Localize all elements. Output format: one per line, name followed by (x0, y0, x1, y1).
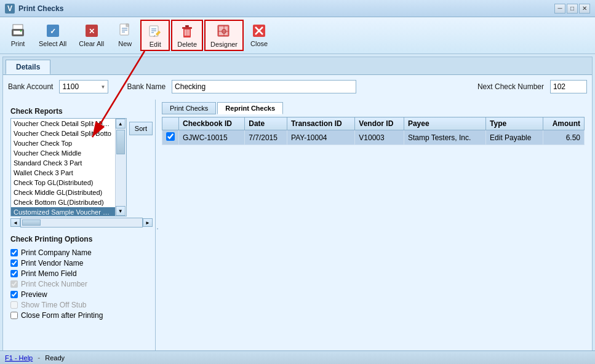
print-memo-field-label: Print Memo Field (21, 269, 77, 278)
show-time-off-stub-label: Show Time Off Stub (21, 301, 87, 309)
col-header-vendor-id[interactable]: Vendor ID (355, 117, 404, 130)
bank-name-label: Bank Name (127, 82, 166, 91)
preview-item: Preview (10, 290, 153, 299)
print-button[interactable]: Print (4, 20, 32, 51)
print-check-number-checkbox (10, 280, 18, 288)
close-icon (250, 22, 268, 39)
svg-rect-22 (185, 25, 189, 27)
col-header-type[interactable]: Type (486, 117, 543, 130)
col-header-date[interactable]: Date (245, 117, 287, 130)
list-item-5[interactable]: Wallet Check 3 Part (11, 168, 115, 178)
designer-button[interactable]: Designer (204, 20, 244, 51)
close-window-button[interactable]: ✕ (579, 4, 590, 14)
row-checkbox-cell (162, 130, 179, 145)
edit-button[interactable]: Edit (140, 20, 170, 51)
row-payee: Stamp Testers, Inc. (404, 130, 485, 145)
close-form-after-printing-label: Close Form after Printing (21, 311, 103, 320)
print-checks-tab[interactable]: Print Checks (162, 102, 216, 114)
new-button[interactable]: New (111, 20, 139, 51)
list-item-4[interactable]: Standard Check 3 Part (11, 158, 115, 168)
print-vendor-name-checkbox[interactable] (10, 259, 18, 267)
print-vendor-name-item: Print Vendor Name (10, 259, 153, 267)
status-text: Ready (45, 354, 65, 362)
print-check-number-label: Print Check Number (21, 280, 87, 288)
vertical-scrollbar: ▲ ▼ (115, 119, 126, 216)
col-header-payee[interactable]: Payee (404, 117, 485, 130)
svg-rect-10 (126, 24, 129, 26)
clear-all-button[interactable]: ✕ Clear All (73, 20, 110, 51)
left-panel: Check Reports Voucher Check Detail Split… (8, 100, 156, 358)
horiz-scroll-track (20, 218, 143, 228)
delete-label: Delete (177, 41, 197, 48)
print-check-number-item: Print Check Number (10, 280, 153, 288)
details-tab[interactable]: Details (6, 60, 50, 74)
print-company-name-checkbox[interactable] (10, 249, 18, 256)
list-item-6[interactable]: Check Top GL(Distributed) (11, 178, 115, 188)
close-button[interactable]: Close (245, 20, 273, 51)
svg-rect-27 (219, 26, 228, 35)
inner-tabs: Print Checks Reprint Checks (162, 102, 585, 114)
scroll-up-button[interactable]: ▲ (116, 119, 126, 129)
close-form-after-printing-checkbox[interactable] (10, 312, 18, 319)
row-type: Edit Payable (486, 130, 543, 145)
new-icon (116, 22, 134, 39)
print-memo-field-checkbox[interactable] (10, 270, 18, 277)
delete-button[interactable]: Delete (171, 20, 203, 51)
horiz-scroll-thumb[interactable] (22, 220, 41, 226)
checks-table: Checkbook ID Date Transaction ID Vendor … (162, 117, 585, 145)
svg-text:✕: ✕ (89, 27, 95, 36)
scroll-thumb[interactable] (116, 130, 125, 154)
designer-icon (215, 23, 233, 40)
print-company-name-item: Print Company Name (10, 248, 153, 257)
row-checkbox[interactable] (166, 132, 175, 141)
col-header-transaction-id[interactable]: Transaction ID (287, 117, 355, 130)
clear-all-label: Clear All (79, 40, 104, 47)
horiz-scroll-row: ◄ ► (10, 218, 153, 228)
list-item-9[interactable]: Customized Sample Voucher Det (11, 207, 115, 216)
status-bar: F1 - Help - Ready (0, 350, 595, 364)
col-header-amount[interactable]: Amount (543, 117, 584, 130)
bank-account-label: Bank Account (8, 82, 53, 91)
main-tab-bar: Details (3, 57, 592, 75)
minimize-button[interactable]: ─ (554, 4, 565, 14)
help-link[interactable]: F1 - Help (5, 354, 33, 362)
print-memo-field-item: Print Memo Field (10, 269, 153, 278)
window-title: Print Checks (18, 4, 554, 13)
sort-area: Sort (129, 118, 153, 216)
reprint-checks-tab[interactable]: Reprint Checks (217, 102, 283, 114)
bank-name-input[interactable] (172, 80, 356, 93)
list-item-8[interactable]: Check Bottom GL(Distributed) (11, 197, 115, 207)
check-reports-title: Check Reports (10, 107, 153, 116)
scroll-down-button[interactable]: ▼ (116, 206, 126, 216)
main-content: Details Bank Account 1100 ▼ Bank Name Ne… (2, 57, 593, 361)
select-all-button[interactable]: ✓ Select All (33, 20, 72, 51)
select-all-icon: ✓ (44, 22, 62, 39)
show-time-off-stub-item: Show Time Off Stub (10, 301, 153, 309)
checkbox-group: Print Company Name Print Vendor Name Pri… (10, 248, 153, 320)
sort-button[interactable]: Sort (129, 122, 153, 135)
print-icon (9, 22, 26, 39)
col-header-checkbook-id[interactable]: Checkbook ID (179, 117, 245, 130)
row-checkbook-id: GJWC-10015 (179, 130, 245, 145)
list-item-7[interactable]: Check Middle GL(Distributed) (11, 188, 115, 197)
restore-button[interactable]: □ (567, 4, 578, 14)
preview-label: Preview (21, 290, 47, 299)
next-check-number-input[interactable] (550, 80, 587, 93)
title-bar: V Print Checks ─ □ ✕ (0, 0, 595, 17)
print-label: Print (11, 40, 25, 47)
table-row[interactable]: GJWC-10015 7/7/2015 PAY-10004 V10003 Sta… (162, 130, 585, 145)
check-reports-items: Voucher Check Detail Split Middle Vouche… (11, 119, 115, 216)
list-item-1[interactable]: Voucher Check Detail Split Botto (11, 129, 115, 138)
row-date: 7/7/2015 (245, 130, 287, 145)
designer-label: Designer (210, 41, 238, 48)
edit-label: Edit (150, 41, 161, 48)
new-label: New (118, 40, 132, 47)
bank-account-select[interactable]: 1100 ▼ (59, 80, 108, 93)
scroll-left-button[interactable]: ◄ (10, 218, 20, 227)
preview-checkbox[interactable] (10, 291, 18, 298)
list-item-2[interactable]: Voucher Check Top (11, 138, 115, 148)
list-item-0[interactable]: Voucher Check Detail Split Middle (11, 119, 115, 129)
list-item-3[interactable]: Voucher Check Middle (11, 148, 115, 158)
scroll-right-button[interactable]: ► (143, 218, 153, 227)
close-form-after-printing-item: Close Form after Printing (10, 311, 153, 320)
